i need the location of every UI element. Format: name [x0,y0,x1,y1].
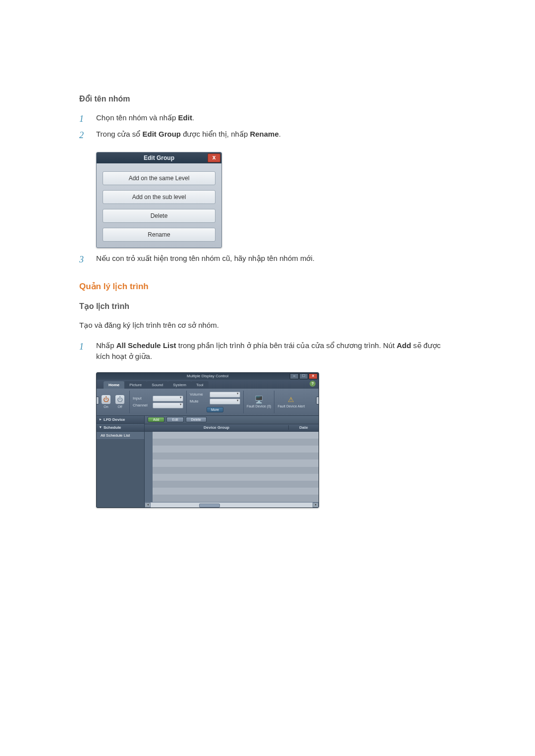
rename-group-heading: Đổi tên nhóm [79,94,456,103]
table-row [153,481,319,488]
create-step-1: 1 Nhấp All Schedule List trong phần lịch… [79,340,456,362]
add-button[interactable]: Add [148,417,164,422]
mute-select[interactable] [210,399,240,404]
cs1-bold1: All Schedule List [116,341,176,350]
minimize-icon[interactable]: – [290,373,299,379]
fault-alert-group[interactable]: ⚠ Fault Device Alert [274,391,308,413]
fault-device-group[interactable]: 🖥️ Fault Device (0) [244,391,274,413]
step-number: 3 [79,253,96,266]
input-select[interactable] [153,396,183,402]
step-2-text: Trong cửa sổ Edit Group được hiển thị, n… [96,129,456,140]
table-row [153,467,319,474]
tab-tool[interactable]: Tool [191,381,209,389]
sidebar-lfd-device[interactable]: ▸ LFD Device [97,416,144,424]
ribbon-scroll-left[interactable] [96,397,99,404]
edit-group-dialog: Edit Group x Add on the same Level Add o… [96,152,222,248]
delete-button[interactable]: Delete [186,417,207,422]
edit-group-title: Edit Group [144,154,174,161]
mdc-content: ▸ LFD Device ▾ Schedule All Schedule Lis… [97,416,319,507]
col-device-group[interactable]: Device Group [145,425,288,430]
rename-steps: 1 Chọn tên nhóm và nhấp Edit. 2 Trong cử… [79,112,456,142]
cs1-pre: Nhấp [96,341,116,350]
mdc-title: Multiple Display Control [187,374,228,378]
horizontal-scrollbar[interactable]: ◂ ▸ [145,502,319,507]
add-sub-level-button[interactable]: Add on the sub level [103,190,215,204]
table-row [153,488,319,495]
delete-button[interactable]: Delete [103,209,215,223]
add-same-level-button[interactable]: Add on the same Level [103,171,215,185]
power-on-label: On [101,405,111,408]
table-row [153,459,319,466]
help-icon[interactable]: ? [310,381,316,387]
step-number: 2 [79,129,96,142]
step-2-mid: được hiển thị, nhấp [181,130,250,138]
step-3-text: Nếu con trỏ xuất hiện trong tên nhóm cũ,… [96,253,456,264]
input-group: Input Channel [130,391,187,413]
edit-button[interactable]: Edit [166,417,183,422]
tab-picture[interactable]: Picture [124,381,147,389]
ribbon-scroll-right[interactable] [316,397,319,404]
create-steps: 1 Nhấp All Schedule List trong phần lịch… [79,340,456,362]
create-schedule-intro: Tạo và đăng ký lịch trình trên cơ sở nhó… [79,320,456,331]
alert-label: Fault Device Alert [277,404,305,408]
close-icon[interactable]: x [309,373,318,379]
col-date[interactable]: Date [288,425,319,430]
step-1-post: . [192,113,194,122]
scroll-right-button[interactable]: ▸ [313,503,319,507]
rename-button[interactable]: Rename [103,228,215,242]
step-1-bold: Edit [178,113,192,122]
alert-icon: ⚠ [288,396,294,403]
sidebar-schedule[interactable]: ▾ Schedule [97,424,144,432]
tab-home[interactable]: Home [104,381,124,389]
sidebar-lfd-label: LFD Device [104,417,125,422]
chevron-down-icon: ▾ [100,425,102,429]
maximize-icon[interactable]: □ [299,373,308,379]
rename-steps-cont: 3 Nếu con trỏ xuất hiện trong tên nhóm c… [79,253,456,266]
grid-body [145,432,319,502]
create-step-1-text: Nhấp All Schedule List trong phần lịch t… [96,340,456,362]
grid-header: Device Group Date [145,424,319,432]
table-row [153,446,319,453]
fault-device-icon: 🖥️ [255,396,263,403]
power-on-button[interactable]: ⏻ On [101,395,111,408]
table-row [153,474,319,481]
more-button[interactable]: More [207,407,223,412]
scroll-thumb[interactable] [199,504,220,507]
power-off-icon: ⏻ [115,395,124,404]
table-row [153,495,319,502]
step-2-bold1: Edit Group [142,130,181,138]
tab-sound[interactable]: Sound [147,381,168,389]
mdc-titlebar[interactable]: Multiple Display Control – □ x [97,373,319,380]
step-2-bold2: Rename [250,130,278,138]
grid-rows [153,432,319,502]
sidebar-schedule-label: Schedule [104,425,121,430]
ribbon-tabs: Home Picture Sound System Tool ? [97,380,319,389]
table-row [153,432,319,439]
scroll-left-button[interactable]: ◂ [145,503,151,507]
table-row [153,439,319,446]
sidebar-all-schedule-list[interactable]: All Schedule List [97,432,144,440]
fault-device-label: Fault Device (0) [247,404,271,408]
step-1-pre: Chọn tên nhóm và nhấp [96,113,178,122]
mdc-toolbar: Add Edit Delete [145,416,319,424]
close-icon[interactable]: x [208,153,220,162]
step-2-pre: Trong cửa sổ [96,130,142,138]
power-off-button[interactable]: ⏻ Off [114,395,125,408]
power-on-icon: ⏻ [102,395,110,404]
grid-margin [145,432,153,502]
channel-select[interactable] [153,403,183,408]
power-off-label: Off [114,405,125,408]
volume-label: Volume [190,392,208,397]
schedule-mgmt-heading: Quản lý lịch trình [79,281,456,292]
tab-system[interactable]: System [168,381,191,389]
cs1-mid: trong phần lịch trình ở phía bên trái củ… [176,341,397,350]
edit-group-body: Add on the same Level Add on the sub lev… [97,163,221,248]
edit-group-titlebar[interactable]: Edit Group x [97,152,221,163]
step-3: 3 Nếu con trỏ xuất hiện trong tên nhóm c… [79,253,456,266]
step-1: 1 Chọn tên nhóm và nhấp Edit. [79,112,456,126]
chevron-right-icon: ▸ [100,417,102,421]
cs1-bold2: Add [397,341,411,350]
volume-select[interactable] [210,392,240,398]
scroll-track[interactable] [151,503,313,507]
create-schedule-heading: Tạo lịch trình [79,302,456,311]
